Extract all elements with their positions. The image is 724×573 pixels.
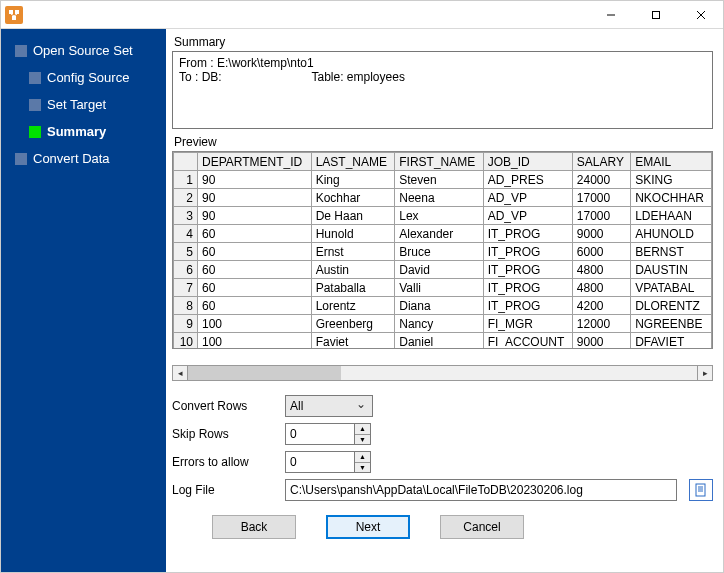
cell[interactable]: DLORENTZ: [631, 297, 712, 315]
cell[interactable]: Lorentz: [311, 297, 395, 315]
cell[interactable]: IT_PROG: [483, 225, 572, 243]
cell[interactable]: Lex: [395, 207, 483, 225]
table-row[interactable]: 10100FavietDanielFI_ACCOUNT9000DFAVIET: [174, 333, 712, 350]
log-file-input[interactable]: [285, 479, 677, 501]
column-header[interactable]: EMAIL: [631, 153, 712, 171]
cell[interactable]: IT_PROG: [483, 243, 572, 261]
cell[interactable]: Austin: [311, 261, 395, 279]
cell[interactable]: SKING: [631, 171, 712, 189]
cell[interactable]: 90: [198, 189, 312, 207]
cell[interactable]: BERNST: [631, 243, 712, 261]
cell[interactable]: Diana: [395, 297, 483, 315]
cell[interactable]: King: [311, 171, 395, 189]
cell[interactable]: AHUNOLD: [631, 225, 712, 243]
cell[interactable]: 100: [198, 315, 312, 333]
errors-input[interactable]: [285, 451, 355, 473]
table-row[interactable]: 9100GreenbergNancyFI_MGR12000NGREENBE: [174, 315, 712, 333]
convert-rows-combo[interactable]: All: [285, 395, 373, 417]
cell[interactable]: Neena: [395, 189, 483, 207]
cell[interactable]: IT_PROG: [483, 297, 572, 315]
table-row[interactable]: 560ErnstBruceIT_PROG6000BERNST: [174, 243, 712, 261]
cell[interactable]: Kochhar: [311, 189, 395, 207]
cell[interactable]: David: [395, 261, 483, 279]
table-row[interactable]: 860LorentzDianaIT_PROG4200DLORENTZ: [174, 297, 712, 315]
cell[interactable]: 4800: [572, 261, 630, 279]
table-row[interactable]: 460HunoldAlexanderIT_PROG9000AHUNOLD: [174, 225, 712, 243]
cell[interactable]: 4800: [572, 279, 630, 297]
column-header[interactable]: DEPARTMENT_ID: [198, 153, 312, 171]
cell[interactable]: NKOCHHAR: [631, 189, 712, 207]
cell[interactable]: Ernst: [311, 243, 395, 261]
horizontal-scrollbar[interactable]: ◂ ▸: [172, 365, 713, 381]
cell[interactable]: 60: [198, 261, 312, 279]
cell[interactable]: Faviet: [311, 333, 395, 350]
wizard-step-summary[interactable]: Summary: [1, 118, 166, 145]
cell[interactable]: VPATABAL: [631, 279, 712, 297]
cell[interactable]: 90: [198, 171, 312, 189]
cell[interactable]: 60: [198, 279, 312, 297]
column-header[interactable]: JOB_ID: [483, 153, 572, 171]
cancel-button[interactable]: Cancel: [440, 515, 524, 539]
table-row[interactable]: 660AustinDavidIT_PROG4800DAUSTIN: [174, 261, 712, 279]
cell[interactable]: Daniel: [395, 333, 483, 350]
cell[interactable]: FI_ACCOUNT: [483, 333, 572, 350]
cell[interactable]: Valli: [395, 279, 483, 297]
cell[interactable]: 17000: [572, 189, 630, 207]
cell[interactable]: LDEHAAN: [631, 207, 712, 225]
back-button[interactable]: Back: [212, 515, 296, 539]
preview-grid[interactable]: DEPARTMENT_IDLAST_NAMEFIRST_NAMEJOB_IDSA…: [172, 151, 713, 349]
scroll-thumb[interactable]: [188, 366, 341, 380]
cell[interactable]: 6000: [572, 243, 630, 261]
spin-up-icon[interactable]: ▲: [355, 452, 370, 463]
cell[interactable]: 24000: [572, 171, 630, 189]
table-row[interactable]: 290KochharNeenaAD_VP17000NKOCHHAR: [174, 189, 712, 207]
cell[interactable]: AD_VP: [483, 189, 572, 207]
cell[interactable]: Pataballa: [311, 279, 395, 297]
scroll-track[interactable]: [188, 365, 697, 381]
errors-spinner[interactable]: ▲▼: [355, 451, 371, 473]
cell[interactable]: IT_PROG: [483, 279, 572, 297]
cell[interactable]: Greenberg: [311, 315, 395, 333]
spin-up-icon[interactable]: ▲: [355, 424, 370, 435]
cell[interactable]: DFAVIET: [631, 333, 712, 350]
cell[interactable]: Nancy: [395, 315, 483, 333]
cell[interactable]: IT_PROG: [483, 261, 572, 279]
wizard-step-convert-data[interactable]: Convert Data: [1, 145, 166, 172]
cell[interactable]: 90: [198, 207, 312, 225]
cell[interactable]: Bruce: [395, 243, 483, 261]
cell[interactable]: 9000: [572, 333, 630, 350]
skip-rows-input[interactable]: [285, 423, 355, 445]
browse-log-button[interactable]: [689, 479, 713, 501]
cell[interactable]: AD_VP: [483, 207, 572, 225]
minimize-button[interactable]: [588, 1, 633, 28]
cell[interactable]: 4200: [572, 297, 630, 315]
column-header[interactable]: FIRST_NAME: [395, 153, 483, 171]
spin-down-icon[interactable]: ▼: [355, 435, 370, 445]
wizard-step-set-target[interactable]: Set Target: [1, 91, 166, 118]
cell[interactable]: 60: [198, 297, 312, 315]
summary-textbox[interactable]: From : E:\work\temp\nto1 To : DB: Table:…: [172, 51, 713, 129]
cell[interactable]: 60: [198, 243, 312, 261]
cell[interactable]: Hunold: [311, 225, 395, 243]
cell[interactable]: AD_PRES: [483, 171, 572, 189]
skip-rows-spinner[interactable]: ▲▼: [355, 423, 371, 445]
cell[interactable]: De Haan: [311, 207, 395, 225]
spin-down-icon[interactable]: ▼: [355, 463, 370, 473]
next-button[interactable]: Next: [326, 515, 410, 539]
cell[interactable]: 17000: [572, 207, 630, 225]
cell[interactable]: Alexander: [395, 225, 483, 243]
scroll-right-icon[interactable]: ▸: [697, 365, 713, 381]
wizard-step-config-source[interactable]: Config Source: [1, 64, 166, 91]
cell[interactable]: NGREENBE: [631, 315, 712, 333]
column-header[interactable]: SALARY: [572, 153, 630, 171]
cell[interactable]: Steven: [395, 171, 483, 189]
wizard-step-open-source-set[interactable]: Open Source Set: [1, 37, 166, 64]
cell[interactable]: 9000: [572, 225, 630, 243]
close-button[interactable]: [678, 1, 723, 28]
cell[interactable]: 100: [198, 333, 312, 350]
cell[interactable]: DAUSTIN: [631, 261, 712, 279]
scroll-left-icon[interactable]: ◂: [172, 365, 188, 381]
maximize-button[interactable]: [633, 1, 678, 28]
column-header[interactable]: LAST_NAME: [311, 153, 395, 171]
cell[interactable]: 12000: [572, 315, 630, 333]
